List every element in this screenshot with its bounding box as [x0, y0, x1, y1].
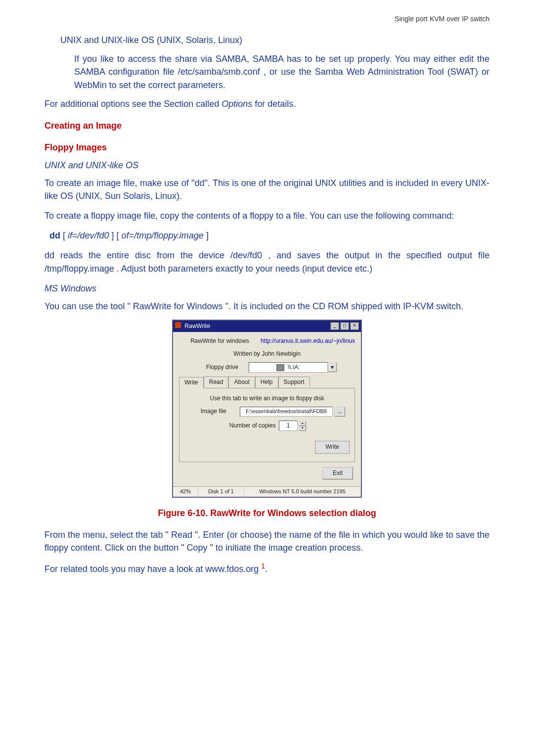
fdos-pre: For related tools you may have a look at…: [44, 564, 261, 574]
dd-copy-paragraph: To create a floppy image file, copy the …: [44, 209, 490, 222]
dd-explain-paragraph: dd reads the entire disc from the device…: [44, 249, 490, 275]
dd-of-arg: of=/tmp/floppy.image: [122, 231, 204, 240]
options-paragraph: For additional options see the Section c…: [44, 97, 490, 110]
dd-if-arg: if=/dev/fd0: [68, 231, 109, 240]
tab-support[interactable]: Support: [278, 377, 310, 387]
floppy-drive-value: \\.\A:: [288, 364, 300, 371]
dropdown-arrow-icon[interactable]: ▾: [328, 363, 337, 372]
floppy-drive-select[interactable]: \\.\A:: [249, 362, 328, 373]
options-pre: For additional options see the Section c…: [44, 99, 222, 109]
tab-bar: Write Read About Help Support: [179, 377, 355, 388]
floppy-drive-label: Floppy drive: [197, 363, 247, 372]
footnote-ref: 1: [261, 562, 265, 570]
rawwrite-dialog: RawWrite _ □ × RawWrite for windows http…: [172, 320, 362, 498]
exit-button[interactable]: Exit: [322, 467, 353, 479]
status-bar: 42% Disk 1 of 1 Windows NT 5.0 build num…: [173, 486, 361, 497]
tab-hint: Use this tab to write an image to floppy…: [184, 394, 350, 403]
status-build: Windows NT 5.0 build number 2195: [244, 487, 361, 497]
floppy-images-heading: Floppy Images: [44, 141, 490, 154]
spinner-down-icon[interactable]: ▾: [299, 426, 306, 431]
options-word: Options: [222, 99, 252, 109]
tab-read[interactable]: Read: [204, 377, 229, 387]
dd-command-line: dd [ if=/dev/fd0 ] [ of=/tmp/floppy.imag…: [49, 229, 490, 242]
rawwrite-label: RawWrite for windows: [190, 337, 249, 344]
unix-os-heading: UNIX and UNIX-like OS (UNIX, Solaris, Li…: [60, 34, 490, 47]
tab-write[interactable]: Write: [179, 377, 204, 388]
tab-help[interactable]: Help: [255, 377, 278, 387]
browse-button[interactable]: ...: [334, 407, 345, 416]
rawwrite-url[interactable]: http://uranus.it.swin.edu.au/~jn/linux: [261, 337, 355, 345]
status-disk: Disk 1 of 1: [198, 487, 244, 497]
tab-about[interactable]: About: [228, 377, 255, 387]
floppy-icon: [276, 364, 284, 371]
page-header: Single port KVM over IP switch: [44, 14, 490, 24]
options-post: for details.: [252, 99, 296, 109]
dialog-titlebar[interactable]: RawWrite _ □ ×: [173, 321, 361, 332]
fdos-paragraph: For related tools you may have a look at…: [44, 561, 490, 575]
close-button[interactable]: ×: [350, 322, 359, 330]
read-tab-paragraph: From the menu, select the tab " Read ". …: [44, 528, 490, 554]
creating-image-heading: Creating an Image: [44, 119, 490, 132]
unix-subheading: UNIX and UNIX-like OS: [44, 159, 490, 172]
write-button[interactable]: Write: [315, 441, 350, 453]
dialog-title: RawWrite: [184, 323, 210, 330]
image-file-label: Image file: [189, 407, 238, 416]
minimize-button[interactable]: _: [330, 322, 339, 330]
dd-intro-paragraph: To create an image file, make use of "dd…: [44, 177, 490, 202]
image-file-input[interactable]: F:\essentials\freedos\install\FDB8: [240, 407, 333, 417]
samba-paragraph: If you like to access the share via SAMB…: [74, 52, 490, 91]
maximize-button[interactable]: □: [340, 322, 349, 330]
dd-cmd: dd: [49, 231, 60, 240]
copies-spinner[interactable]: ▴ ▾: [299, 421, 306, 431]
spinner-up-icon[interactable]: ▴: [299, 421, 306, 426]
fdos-post: .: [265, 564, 267, 574]
figure-caption: Figure 6-10. RawWrite for Windows select…: [44, 507, 490, 520]
copies-input[interactable]: 1: [279, 421, 298, 431]
copies-label: Number of copies: [228, 422, 277, 430]
rawwrite-paragraph: You can use the tool " RawWrite for Wind…: [44, 300, 490, 313]
author-label: Written by John Newbigin: [179, 350, 355, 358]
mswindows-subheading: MS Windows: [44, 282, 490, 295]
app-icon: [175, 322, 181, 328]
status-percent: 42%: [173, 487, 198, 497]
